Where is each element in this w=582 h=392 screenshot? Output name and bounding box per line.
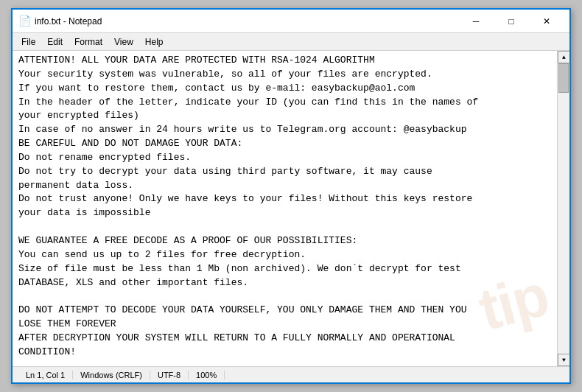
scrollbar-thumb[interactable]: [558, 63, 569, 93]
title-bar: 📄 info.txt - Notepad ─ □ ✕: [13, 10, 569, 33]
window-title: info.txt - Notepad: [35, 16, 102, 27]
status-cursor: Ln 1, Col 1: [18, 371, 73, 379]
scrollbar-track[interactable]: [558, 63, 569, 354]
minimize-button[interactable]: ─: [459, 10, 493, 32]
notepad-window: 📄 info.txt - Notepad ─ □ ✕ File Edit For…: [11, 8, 571, 384]
scrollbar[interactable]: ▲ ▼: [557, 51, 569, 366]
status-bar: Ln 1, Col 1 Windows (CRLF) UTF-8 100%: [13, 366, 569, 382]
scroll-down-button[interactable]: ▼: [558, 354, 569, 366]
menu-help[interactable]: Help: [139, 35, 169, 49]
menu-edit[interactable]: Edit: [41, 35, 69, 49]
text-editor[interactable]: ATTENTION! ALL YOUR DATA ARE PROTECTED W…: [13, 51, 557, 366]
close-button[interactable]: ✕: [530, 10, 564, 32]
title-bar-left: 📄 info.txt - Notepad: [18, 15, 102, 27]
menu-view[interactable]: View: [108, 35, 139, 49]
maximize-button[interactable]: □: [494, 10, 528, 32]
content-area: ATTENTION! ALL YOUR DATA ARE PROTECTED W…: [13, 51, 569, 366]
app-icon: 📄: [18, 15, 30, 27]
menu-file[interactable]: File: [15, 35, 41, 49]
menu-bar: File Edit Format View Help: [13, 33, 569, 51]
status-zoom: 100%: [189, 371, 225, 379]
title-bar-controls: ─ □ ✕: [459, 10, 564, 32]
status-eol: Windows (CRLF): [73, 371, 150, 379]
scroll-up-button[interactable]: ▲: [558, 51, 569, 63]
status-encoding: UTF-8: [150, 371, 189, 379]
menu-format[interactable]: Format: [69, 35, 108, 49]
